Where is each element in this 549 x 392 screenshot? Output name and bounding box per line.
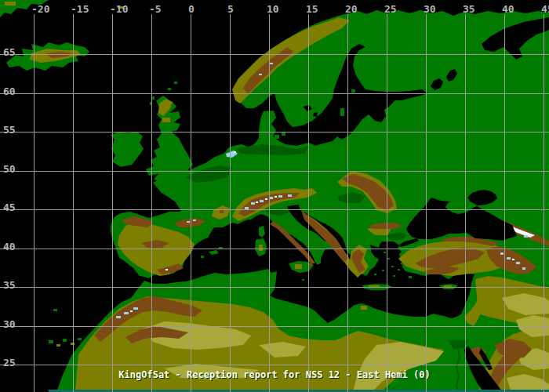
longitude-tick-label: 35 <box>463 3 475 15</box>
longitude-tick-label: 25 <box>384 3 397 15</box>
latitude-tick-label: 25 <box>3 357 16 368</box>
longitude-tick-label: 45 <box>541 3 549 15</box>
latitude-tick-label: 60 <box>3 85 16 97</box>
island-rhodes <box>409 276 412 278</box>
latitude-tick-label: 30 <box>3 318 16 330</box>
latitude-tick-label: 40 <box>3 241 16 252</box>
mount-etna <box>309 263 312 266</box>
europe-terrain-map: -20-15-10-505101520253035404565605550454… <box>0 0 549 392</box>
latitude-tick-label: 50 <box>3 163 16 175</box>
longitude-tick-label: 5 <box>227 3 234 15</box>
latitude-tick-label: 65 <box>3 46 16 58</box>
latitude-tick-label: 55 <box>3 124 16 136</box>
longitude-tick-label: 20 <box>345 3 358 15</box>
scotland-speck <box>162 118 170 122</box>
reception-map-screen: -20-15-10-505101520253035404565605550454… <box>0 0 549 392</box>
longitude-tick-label: 40 <box>502 3 514 15</box>
sierra-nevada-peak <box>165 269 168 270</box>
longitude-tick-label: 30 <box>424 3 436 15</box>
longitude-tick-label: -20 <box>31 3 50 15</box>
island-hebrides <box>152 96 155 100</box>
massif-central-core <box>220 210 224 213</box>
island-ibiza <box>201 256 204 258</box>
island-orkney <box>168 88 171 90</box>
longitude-tick-label: 10 <box>267 3 279 15</box>
sicily-interior <box>295 264 302 269</box>
longitude-tick-label: -15 <box>71 3 89 15</box>
greenland-speck <box>5 2 16 5</box>
map-title: KingOfSat - Reception report for NSS 12 … <box>118 369 430 380</box>
longitude-tick-label: -5 <box>149 3 162 15</box>
latitude-tick-label: 45 <box>3 201 16 213</box>
island-madeira <box>53 309 57 311</box>
mount-ararat <box>512 259 514 260</box>
longitude-tick-label: 0 <box>188 3 195 15</box>
island-shetland <box>174 82 177 84</box>
longitude-tick-label: -10 <box>110 3 129 15</box>
island-malta <box>302 279 304 281</box>
cyrenaica-highland <box>361 306 367 310</box>
latitude-tick-label: 35 <box>3 279 16 291</box>
island-gotland <box>340 108 344 116</box>
longitude-tick-label: 15 <box>306 3 318 15</box>
island-aland <box>351 89 355 93</box>
sardinia-interior <box>259 245 263 251</box>
